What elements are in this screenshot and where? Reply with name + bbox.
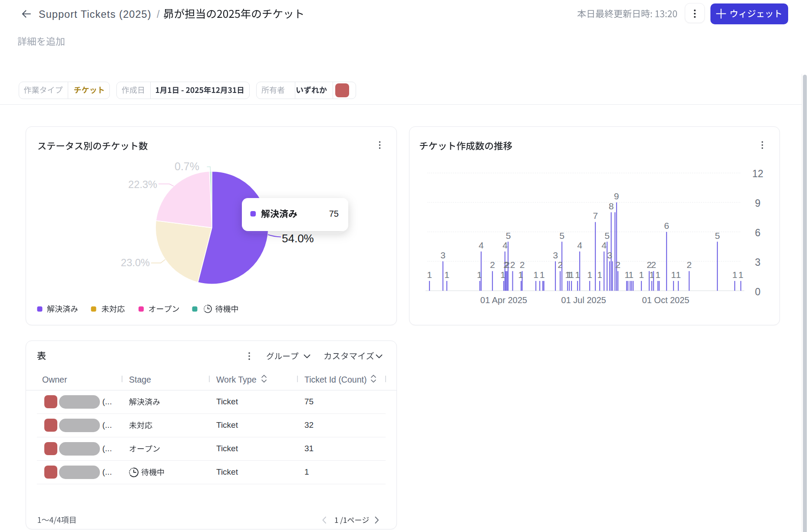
svg-text:2: 2 (520, 260, 525, 270)
svg-text:01 Apr 2025: 01 Apr 2025 (480, 295, 527, 305)
svg-text:1: 1 (649, 270, 654, 280)
svg-text:1: 1 (500, 270, 505, 280)
svg-text:5: 5 (506, 231, 511, 241)
svg-text:8: 8 (609, 201, 614, 211)
svg-text:1: 1 (628, 270, 634, 280)
svg-text:4: 4 (577, 240, 582, 250)
svg-text:4: 4 (502, 240, 508, 250)
svg-text:2: 2 (651, 260, 656, 270)
svg-text:1: 1 (639, 270, 644, 280)
svg-text:9: 9 (755, 198, 761, 209)
svg-text:75: 75 (329, 209, 339, 218)
svg-text:2: 2 (558, 260, 563, 270)
svg-text:3: 3 (440, 250, 446, 260)
svg-text:1: 1 (655, 270, 660, 280)
svg-text:1: 1 (518, 270, 523, 280)
svg-text:01 Oct 2025: 01 Oct 2025 (642, 295, 690, 305)
svg-text:2: 2 (490, 260, 495, 270)
svg-text:7: 7 (593, 211, 598, 221)
svg-text:1: 1 (587, 270, 592, 280)
svg-text:22.3%: 22.3% (128, 179, 157, 190)
svg-text:1: 1 (569, 270, 574, 280)
svg-text:12: 12 (752, 168, 763, 179)
svg-text:4: 4 (479, 240, 484, 250)
svg-text:2: 2 (510, 260, 515, 270)
svg-text:2: 2 (615, 260, 621, 270)
svg-text:01 Jul 2025: 01 Jul 2025 (561, 295, 606, 305)
svg-text:1: 1 (427, 270, 432, 280)
svg-text:23.0%: 23.0% (121, 257, 150, 268)
svg-text:0: 0 (755, 286, 761, 297)
svg-text:4: 4 (601, 240, 607, 250)
svg-text:1: 1 (671, 270, 676, 280)
svg-text:5: 5 (559, 231, 565, 241)
svg-text:3: 3 (607, 250, 612, 260)
svg-text:5: 5 (715, 231, 720, 241)
svg-text:5: 5 (604, 231, 610, 241)
svg-text:6: 6 (664, 221, 669, 231)
svg-text:1: 1 (444, 270, 449, 280)
svg-text:1: 1 (597, 270, 602, 280)
svg-text:1: 1 (676, 270, 681, 280)
svg-text:2: 2 (505, 260, 510, 270)
svg-text:9: 9 (614, 191, 619, 201)
svg-text:1: 1 (732, 270, 737, 280)
svg-text:54.0%: 54.0% (282, 232, 314, 245)
svg-text:3: 3 (755, 257, 761, 268)
svg-text:1: 1 (533, 270, 538, 280)
svg-text:1: 1 (540, 270, 545, 280)
svg-text:6: 6 (755, 227, 761, 238)
svg-text:0.7%: 0.7% (175, 160, 199, 172)
svg-text:1: 1 (575, 270, 580, 280)
svg-text:1: 1 (477, 270, 482, 280)
svg-text:1: 1 (738, 270, 743, 280)
svg-text:2: 2 (687, 260, 692, 270)
svg-text:3: 3 (553, 250, 558, 260)
